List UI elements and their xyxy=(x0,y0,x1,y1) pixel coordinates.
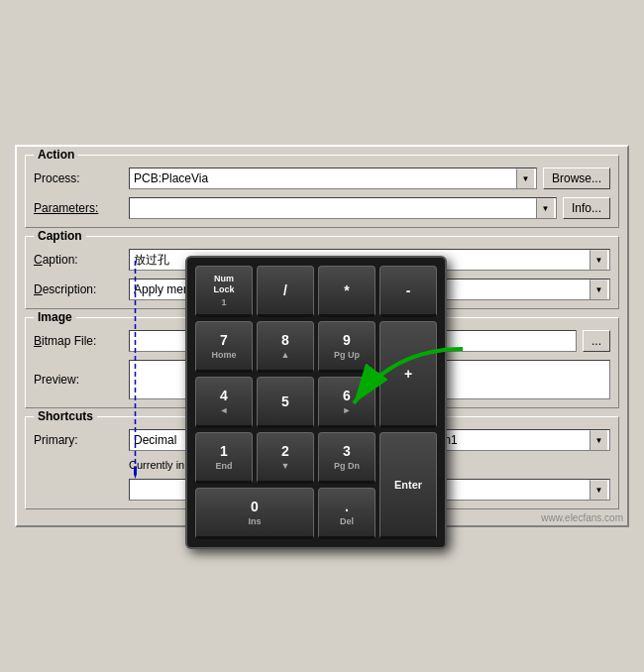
key-enter[interactable]: Enter xyxy=(379,432,437,539)
key-5[interactable]: 5 xyxy=(257,377,314,428)
description-dropdown-arrow[interactable] xyxy=(590,280,607,299)
key-2[interactable]: 2 ▼ xyxy=(257,432,314,484)
process-select[interactable]: PCB:PlaceVia xyxy=(129,168,537,189)
description-label: Description: xyxy=(34,282,123,296)
key-1[interactable]: 1 End xyxy=(195,432,253,484)
process-label: Process: xyxy=(34,171,123,185)
key-dot[interactable]: . Del xyxy=(318,488,376,539)
shortcuts-section-label: Shortcuts xyxy=(34,409,97,423)
in-use-dropdown-2[interactable] xyxy=(590,480,607,500)
process-select-text: PCB:PlaceVia xyxy=(132,171,516,185)
info-button[interactable]: Info... xyxy=(563,197,610,219)
action-section-label: Action xyxy=(34,148,78,162)
parameters-dropdown-arrow[interactable] xyxy=(536,198,554,218)
key-8[interactable]: 8 ▲ xyxy=(257,321,314,373)
key-multiply[interactable]: * xyxy=(318,266,376,317)
numpad-grid: NumLock 1 / * - 7 Home 8 ▲ 9 xyxy=(195,266,437,539)
key-3[interactable]: 3 Pg Dn xyxy=(318,432,376,484)
bitmap-browse-button[interactable]: ... xyxy=(583,330,610,352)
browse-button[interactable]: Browse... xyxy=(543,168,610,189)
caption-label: Caption: xyxy=(34,253,123,267)
caption-section-label: Caption xyxy=(34,229,86,243)
key-0[interactable]: 0 Ins xyxy=(195,488,314,539)
bitmap-label: Bitmap File: xyxy=(34,334,123,348)
main-window: Action Process: PCB:PlaceVia Browse... P… xyxy=(15,145,629,527)
key-plus[interactable]: + xyxy=(379,321,437,428)
key-4[interactable]: 4 ◄ xyxy=(195,377,253,428)
numpad-overlay: NumLock 1 / * - 7 Home 8 ▲ 9 xyxy=(185,256,447,549)
primary-label: Primary: xyxy=(34,433,123,447)
key-6[interactable]: 6 ► xyxy=(318,377,376,428)
caption-dropdown-arrow[interactable] xyxy=(590,250,607,270)
parameters-label: Parameters: xyxy=(34,201,123,215)
process-dropdown-arrow[interactable] xyxy=(516,168,534,188)
image-section-label: Image xyxy=(34,310,76,324)
key-numlock[interactable]: NumLock 1 xyxy=(195,266,253,317)
preview-label: Preview: xyxy=(34,373,123,387)
key-divide[interactable]: / xyxy=(257,266,314,317)
process-row: Process: PCB:PlaceVia Browse... xyxy=(34,168,610,189)
alternative-dropdown-arrow[interactable] xyxy=(590,430,607,450)
parameters-select[interactable] xyxy=(129,197,557,219)
action-section: Action Process: PCB:PlaceVia Browse... P… xyxy=(25,155,619,228)
parameters-row: Parameters: Info... xyxy=(34,197,610,219)
key-9[interactable]: 9 Pg Up xyxy=(318,321,376,373)
watermark: www.elecfans.com xyxy=(541,512,623,523)
key-minus[interactable]: - xyxy=(379,266,437,317)
key-7[interactable]: 7 Home xyxy=(195,321,253,373)
